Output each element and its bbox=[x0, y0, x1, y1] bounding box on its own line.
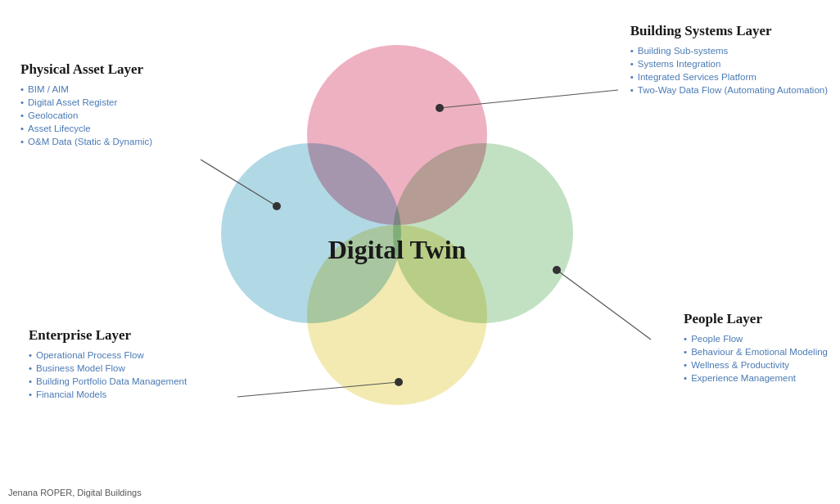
enterprise-layer: Enterprise Layer Operational Process Flo… bbox=[29, 327, 187, 403]
physical-layer-title: Physical Asset Layer bbox=[20, 61, 152, 78]
venn-diagram bbox=[221, 45, 573, 421]
list-item: Financial Models bbox=[29, 389, 187, 399]
enterprise-layer-items: Operational Process Flow Business Model … bbox=[29, 350, 187, 399]
physical-asset-layer: Physical Asset Layer BIM / AIM Digital A… bbox=[20, 61, 152, 150]
building-systems-layer: Building Systems Layer Building Sub-syst… bbox=[630, 23, 828, 98]
list-item: Wellness & Productivity bbox=[684, 360, 828, 370]
list-item: BIM / AIM bbox=[20, 84, 152, 94]
list-item: Building Portfolio Data Management bbox=[29, 376, 187, 386]
dot-enterprise bbox=[395, 378, 403, 386]
list-item: Two-Way Data Flow (Automating Automation… bbox=[630, 85, 828, 95]
list-item: Digital Asset Register bbox=[20, 97, 152, 107]
building-layer-title: Building Systems Layer bbox=[630, 23, 828, 39]
list-item: Operational Process Flow bbox=[29, 350, 187, 360]
building-layer-items: Building Sub-systems Systems Integration… bbox=[630, 46, 828, 95]
list-item: Geolocation bbox=[20, 110, 152, 120]
list-item: Experience Management bbox=[684, 373, 828, 383]
footer: Jenana ROPER, Digital Buildings bbox=[8, 488, 142, 497]
list-item: Systems Integration bbox=[630, 59, 828, 69]
page-container: Digital Twin Physical Asset Layer BIM / … bbox=[0, 0, 840, 504]
list-item: People Flow bbox=[684, 334, 828, 344]
dot-people bbox=[553, 266, 561, 274]
list-item: Asset Lifecycle bbox=[20, 124, 152, 133]
people-layer: People Layer People Flow Behaviour & Emo… bbox=[684, 311, 828, 386]
people-layer-items: People Flow Behaviour & Emotional Modeli… bbox=[684, 334, 828, 383]
list-item: O&M Data (Static & Dynamic) bbox=[20, 137, 152, 146]
list-item: Building Sub-systems bbox=[630, 46, 828, 56]
list-item: Integrated Services Platform bbox=[630, 72, 828, 82]
enterprise-layer-title: Enterprise Layer bbox=[29, 327, 187, 344]
people-layer-title: People Layer bbox=[684, 311, 828, 327]
dot-building bbox=[436, 104, 444, 112]
list-item: Behaviour & Emotional Modeling bbox=[684, 347, 828, 357]
list-item: Business Model Flow bbox=[29, 363, 187, 373]
physical-layer-items: BIM / AIM Digital Asset Register Geoloca… bbox=[20, 84, 152, 146]
dot-physical bbox=[273, 202, 281, 210]
